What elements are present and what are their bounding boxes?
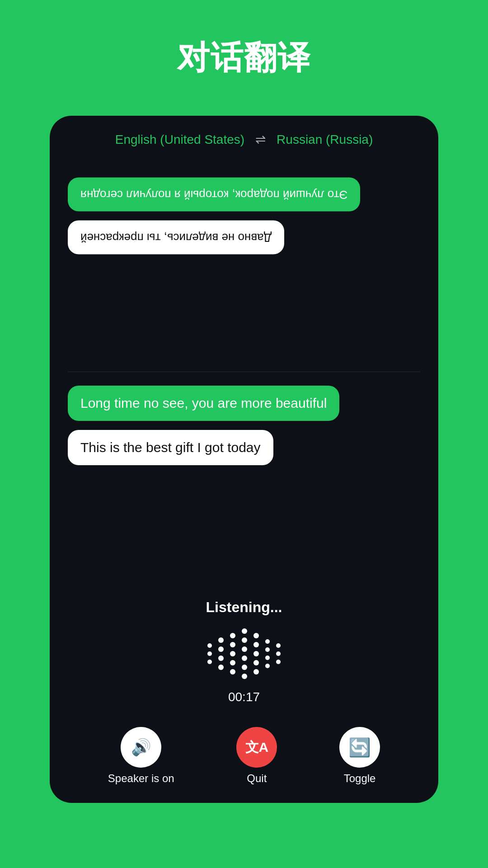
swap-languages-icon[interactable]: ⇌ — [255, 132, 266, 147]
flipped-section: Давно не виделись, ты прекрасней Это луч… — [68, 167, 420, 363]
waveform-col — [265, 639, 270, 668]
toggle-button[interactable]: 🔄 — [339, 727, 380, 768]
waveform — [207, 627, 281, 681]
list-item: This is the best gift I got today — [68, 430, 273, 465]
list-item: Давно не виделись, ты прекрасней — [68, 221, 284, 255]
waveform-col — [276, 643, 281, 664]
source-language[interactable]: English (United States) — [115, 132, 244, 147]
waveform-col — [207, 643, 212, 664]
target-language[interactable]: Russian (Russia) — [277, 132, 373, 147]
controls-bar: 🔊 Speaker is on 文A Quit 🔄 Toggle — [50, 720, 438, 803]
speaker-icon: 🔊 — [131, 738, 151, 757]
language-bar: English (United States) ⇌ Russian (Russi… — [50, 116, 438, 158]
speaker-control[interactable]: 🔊 Speaker is on — [108, 727, 174, 785]
speaker-label: Speaker is on — [108, 772, 174, 785]
chat-area: Давно не виделись, ты прекрасней Это луч… — [50, 158, 438, 372]
list-item: Long time no see, you are more beautiful — [68, 386, 339, 421]
translate-icon: 文A — [245, 738, 269, 757]
list-item: Это лучший подарок, который я получил се… — [68, 178, 360, 212]
quit-button[interactable]: 文A — [236, 727, 277, 768]
waveform-col — [230, 633, 235, 675]
speaker-button[interactable]: 🔊 — [121, 727, 161, 768]
main-card: English (United States) ⇌ Russian (Russi… — [50, 116, 438, 803]
waveform-col — [253, 633, 259, 675]
app-title: 对话翻译 — [177, 36, 311, 80]
recording-timer: 00:17 — [228, 690, 260, 704]
toggle-icon: 🔄 — [348, 737, 371, 758]
quit-control[interactable]: 文A Quit — [236, 727, 277, 785]
toggle-label: Toggle — [344, 772, 376, 785]
toggle-control[interactable]: 🔄 Toggle — [339, 727, 380, 785]
normal-section: Long time no see, you are more beautiful… — [50, 372, 438, 590]
listening-section: Listening... — [50, 590, 438, 720]
waveform-col — [242, 628, 247, 679]
listening-status: Listening... — [206, 599, 282, 616]
waveform-col — [218, 637, 224, 670]
quit-label: Quit — [247, 772, 267, 785]
